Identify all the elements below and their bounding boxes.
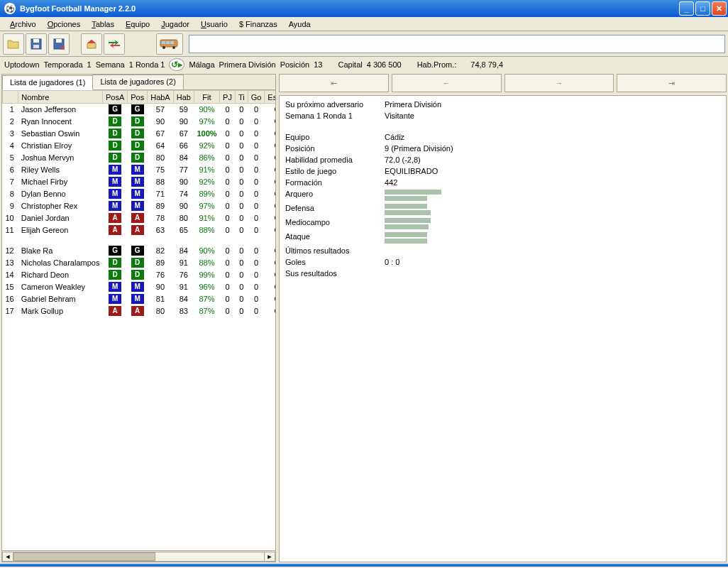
status-temporada-label: Temporada [44,60,83,69]
player-row[interactable]: 15Cameron Weakley M M 9091 96% 000 OK32 [3,281,276,293]
tab-players-1[interactable]: Lista de jugadores (1) [2,75,93,90]
tab-players-2[interactable]: Lista de jugadores (2) [92,75,183,89]
nav-next[interactable]: → [504,74,614,92]
minimize-button[interactable]: _ [679,1,694,16]
next-opponent-label: Su próximo adversario [285,100,370,109]
defensa-label: Defensa [285,204,370,215]
ataque-label: Ataque [285,232,370,244]
opponent-panel: Su próximo adversario Primera División S… [279,95,727,562]
toolbar-field[interactable] [189,35,725,53]
svg-rect-1 [33,39,39,43]
nav-prev[interactable]: ← [392,74,502,92]
estilo-label: Estilo de juego [285,167,370,175]
hab-value: 72,0 (-2,8) [385,155,720,164]
mediocampo-label: Mediocampo [285,218,370,229]
player-row[interactable]: 1Jason Jefferson G G 5759 90% 000 OK25 [3,104,276,116]
bus-button[interactable] [156,33,183,55]
equipo-value: Cádiz [385,133,720,141]
menu-finanzas[interactable]: $ Finanzas [233,18,283,30]
player-row[interactable]: 10Daniel Jordan A A 7880 91% 000 OK25 [3,212,276,224]
resultados-label: Sus resultados [285,269,720,278]
defensa-bars [385,204,720,215]
status-capital-value: 4 306 500 [367,60,402,69]
goles-label: Goles [285,258,370,266]
right-pane: ⇤ ← → ⇥ Su próximo adversario Primera Di… [279,74,727,562]
arquero-label: Arquero [285,190,370,201]
player-tabs: Lista de jugadores (1) Lista de jugadore… [2,75,275,90]
player-table: Nombre PosA Pos HabA Hab Fit PJ Ti Go Es… [2,90,275,317]
col-nombre[interactable]: Nombre [18,91,103,104]
player-row[interactable]: 12Blake Ra G G 8284 90% 000 OK30 [3,245,276,257]
col-ti[interactable]: Ti [235,91,248,104]
home-button[interactable] [81,33,102,55]
app-icon: ⚽ [4,3,16,14]
col-go[interactable]: Go [248,91,265,104]
status-hab-label: Hab.Prom.: [417,60,457,69]
toolbar [0,31,728,57]
scroll-thumb[interactable] [13,552,155,561]
svg-rect-7 [166,41,170,44]
left-pane: Lista de jugadores (1) Lista de jugadore… [1,74,276,562]
menu-jugador[interactable]: Jugador [155,18,195,30]
player-row[interactable]: 6Riley Wells M M 7577 91% 000 OK24 [3,164,276,176]
menu-archivo[interactable]: Archivo [4,18,42,30]
scroll-left-icon[interactable]: ◄ [2,552,13,562]
menu-opciones[interactable]: Opciones [42,18,86,30]
scroll-right-icon[interactable]: ► [264,552,275,562]
col-haba[interactable]: HabA [148,91,174,104]
menu-ayuda[interactable]: Ayuda [283,18,316,30]
round-value: Visitante [385,111,720,120]
status-uptodown: Uptodown [4,60,40,69]
player-row[interactable]: 17Mark Gollup A A 8083 87% 000 OK31 [3,305,276,317]
player-row[interactable]: 13Nicholas Charalampos D D 8991 88% 000 … [3,257,276,269]
goles-value: 0 : 0 [385,258,720,266]
nav-first[interactable]: ⇤ [279,74,389,92]
posicion-value: 9 (Primera División) [385,144,720,153]
status-semana-label: Semana [96,60,125,69]
player-row[interactable]: 4Christian Elroy D D 6466 92% 000 OK24 [3,140,276,152]
menu-usuario[interactable]: Usuario [195,18,233,30]
status-division: Primera División [219,60,276,69]
arquero-bars [385,190,720,201]
player-row[interactable]: 3Sebastian Oswin D D 6767 100% 000 OK21 [3,128,276,140]
next-opponent-value: Primera División [385,100,720,109]
col-estado[interactable]: Estado [265,91,275,104]
hscroll[interactable]: ◄ ► [2,550,275,562]
ultimos-label: Últimos resultados [285,246,720,255]
col-hab[interactable]: Hab [173,91,194,104]
col-fit[interactable]: Fit [194,91,219,104]
maximize-button[interactable]: □ [695,1,710,16]
nav-last[interactable]: ⇥ [617,74,727,92]
col-n[interactable] [3,91,18,104]
menu-tablas[interactable]: Tablas [86,18,120,30]
open-button[interactable] [3,33,24,55]
svg-rect-8 [170,41,174,44]
nav-buttons: ⇤ ← → ⇥ [279,74,727,92]
hab-label: Habilidad promedia [285,155,370,164]
menu-equipo[interactable]: Equipo [120,18,155,30]
ataque-bars [385,232,720,244]
player-row[interactable]: 11Elijah Gereon A A 6365 88% 000 OK23 [3,224,276,236]
status-posicion-label: Posición [280,60,310,69]
formacion-label: Formación [285,178,370,187]
col-pos[interactable]: Pos [128,91,148,104]
saveas-button[interactable] [48,33,70,55]
col-pj[interactable]: PJ [220,91,236,104]
player-row[interactable]: 5Joshua Mervyn D D 8084 86% 000 OK25 [3,152,276,164]
player-row[interactable]: 14Richard Deon D D 7676 99% 000 OK24 [3,269,276,281]
player-row[interactable]: 7Michael Firby M M 8890 92% 000 OK31 [3,176,276,188]
transfer-button[interactable] [104,33,125,55]
round-label: Semana 1 Ronda 1 [285,111,370,120]
col-posa[interactable]: PosA [102,91,127,104]
player-row[interactable]: 16Gabriel Behram M M 8184 87% 000 OK29 [3,293,276,305]
player-row[interactable]: 8Dylan Benno M M 7174 89% 000 OK22 [3,188,276,200]
play-icon[interactable]: ↺▸ [169,58,184,71]
svg-point-9 [162,46,165,49]
svg-rect-6 [162,41,165,44]
player-row[interactable]: 9Christopher Rex M M 8990 97% 000 OK29 [3,200,276,212]
formacion-value: 442 [385,178,720,187]
close-button[interactable]: ✕ [712,1,727,16]
player-row[interactable]: 2Ryan Innocent D D 9090 97% 000 OK27 [3,116,276,128]
save-button[interactable] [26,33,47,55]
titlebar: ⚽ Bygfoot Football Manager 2.2.0 _ □ ✕ [0,0,728,17]
